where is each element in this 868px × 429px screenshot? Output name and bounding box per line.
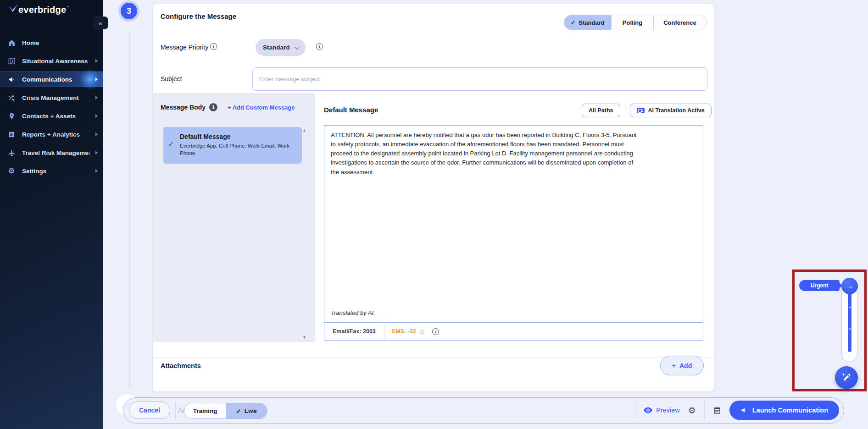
preview-label: Preview: [656, 407, 680, 414]
logo-text: everbridge: [18, 5, 66, 15]
ai-translation-label: AI Translation Active: [648, 107, 705, 114]
slider-tick-dot: [849, 307, 851, 308]
chevron-right-icon: [95, 151, 98, 154]
priority-slider-fill: [848, 287, 851, 352]
tab-standard[interactable]: ✓ Standard: [564, 15, 611, 30]
subject-placeholder: Enter message subject: [259, 76, 320, 82]
launch-communication-button[interactable]: Launch Communication: [729, 401, 839, 420]
toolbar-right-group: Preview ⚙ Launch Communication: [635, 398, 839, 423]
all-paths-label: All Paths: [589, 107, 613, 114]
gear-icon: ⚙: [688, 405, 696, 416]
priority-slider-handle[interactable]: →: [841, 278, 858, 294]
everbridge-logo: everbridge ™: [8, 5, 69, 15]
message-text-editor[interactable]: ATTENTION: All personnel are hereby noti…: [324, 125, 703, 322]
scroll-up-icon[interactable]: ▲: [302, 128, 306, 132]
priority-value-info-icon[interactable]: i: [316, 43, 323, 50]
priority-dropdown[interactable]: Standard: [256, 39, 306, 56]
urgent-tooltip: Urgent: [799, 280, 840, 291]
schedule-calendar-button[interactable]: [713, 406, 721, 414]
message-text: ATTENTION: All personnel are hereby noti…: [331, 131, 638, 177]
workflow-icon: [7, 93, 16, 102]
step-number: 3: [127, 6, 131, 16]
scroll-down-icon[interactable]: ▼: [302, 335, 306, 340]
sidebar-item-contacts-assets[interactable]: Contacts + Assets: [0, 108, 103, 124]
megaphone-icon: [740, 407, 748, 414]
divider: [175, 402, 176, 420]
sidebar-item-label: Settings: [22, 168, 89, 175]
message-priority-label: Message Priority: [161, 44, 208, 51]
slider-tick-dot: [849, 328, 851, 330]
sms-count: SMS: -32: [392, 328, 416, 335]
training-live-toggle: Training ✓ Live: [184, 403, 267, 419]
tab-label: Standard: [579, 19, 604, 26]
ai-assistant-button[interactable]: [835, 366, 858, 389]
message-body-panel: Message Body 1 + Add Custom Message ✓ De…: [153, 93, 315, 342]
sidebar-item-communications[interactable]: Communications: [0, 72, 103, 87]
home-icon: [7, 38, 16, 47]
message-count-badge: 1: [209, 103, 217, 111]
sidebar-nav: Home Situational Awareness Communication…: [0, 35, 103, 179]
sidebar-item-label: Contacts + Assets: [22, 113, 89, 120]
sidebar-item-settings[interactable]: ⚙ Settings: [0, 163, 103, 179]
message-body-label: Message Body: [161, 104, 206, 111]
sidebar-collapse-button[interactable]: «: [93, 16, 108, 29]
chevron-down-icon: [294, 44, 299, 49]
urgent-label-text: Urgent: [811, 282, 829, 289]
sidebar-item-label: Reports + Analytics: [22, 131, 89, 138]
check-icon: ✓: [571, 19, 575, 26]
tab-label: Conference: [663, 19, 696, 26]
attachments-label: Attachments: [161, 362, 201, 369]
megaphone-icon: [7, 75, 16, 84]
sidebar-item-situational-awareness[interactable]: Situational Awareness: [0, 53, 103, 69]
sidebar-item-reports-analytics[interactable]: Reports + Analytics: [0, 126, 103, 142]
chevron-right-icon: [95, 132, 98, 136]
sidebar-item-label: Communications: [22, 76, 89, 83]
character-count-bar: Email/Fax: 2003 SMS: -32 ⚠ i: [324, 322, 703, 341]
launch-label: Launch Communication: [752, 407, 828, 414]
settings-gear-button[interactable]: ⚙: [688, 405, 696, 416]
sidebar-item-crisis-management[interactable]: Crisis Management: [0, 90, 103, 105]
sidebar-item-label: Crisis Management: [22, 94, 89, 101]
message-item-paths: Everbridge App, Cell Phone, Work Email, …: [180, 142, 295, 157]
tab-polling[interactable]: Polling: [611, 15, 653, 30]
preview-button[interactable]: Preview: [644, 407, 680, 414]
message-list-item-default[interactable]: ✓ Default Message Everbridge App, Cell P…: [163, 127, 302, 164]
editor-title: Default Message: [324, 106, 378, 114]
message-body-header: Message Body 1: [161, 103, 217, 111]
sidebar-item-home[interactable]: Home: [0, 35, 103, 50]
chevron-right-icon: [95, 77, 98, 81]
list-divider: [153, 119, 315, 119]
everbridge-check-icon: [8, 5, 18, 14]
add-custom-message-link[interactable]: + Add Custom Message: [228, 104, 295, 111]
collapse-chevrons-icon: «: [99, 19, 102, 27]
sidebar: everbridge ™ Home Situational Awareness …: [0, 0, 103, 429]
launch-toolbar: Add Recipients Cancel Training ✓ Live Pr…: [123, 397, 844, 424]
ai-translation-button[interactable]: AI Translation Active: [630, 104, 712, 117]
toggle-training[interactable]: Training: [184, 403, 226, 418]
tab-conference[interactable]: Conference: [653, 15, 706, 30]
map-icon: [7, 56, 16, 66]
subject-input[interactable]: Enter message subject: [252, 67, 707, 91]
page-title: Configure the Message: [161, 12, 236, 20]
cancel-button[interactable]: Cancel: [129, 402, 170, 419]
toggle-live[interactable]: ✓ Live: [226, 403, 267, 418]
divider: [635, 401, 635, 419]
chevron-right-icon: [95, 169, 98, 173]
all-paths-button[interactable]: All Paths: [582, 104, 620, 117]
sms-info-icon[interactable]: i: [432, 328, 439, 335]
chevron-right-icon: [95, 59, 98, 63]
live-label: Live: [245, 407, 257, 414]
training-label: Training: [193, 407, 217, 414]
priority-info-icon[interactable]: i: [210, 43, 217, 50]
editor-actions: All Paths AI Translation Active: [582, 104, 712, 117]
translation-icon: [637, 108, 645, 113]
email-fax-count: Email/Fax: 2003: [324, 328, 384, 335]
add-label: Add: [679, 362, 692, 369]
sidebar-item-travel-risk-management[interactable]: Travel Risk Management: [0, 145, 103, 160]
eye-icon: [644, 407, 652, 413]
logo-trademark: ™: [66, 6, 69, 9]
check-icon: ✓: [236, 407, 241, 415]
add-attachment-button[interactable]: + Add: [660, 356, 704, 375]
message-item-title: Default Message: [180, 133, 230, 140]
translated-by-ai-note: Translated by AI.: [331, 309, 375, 316]
